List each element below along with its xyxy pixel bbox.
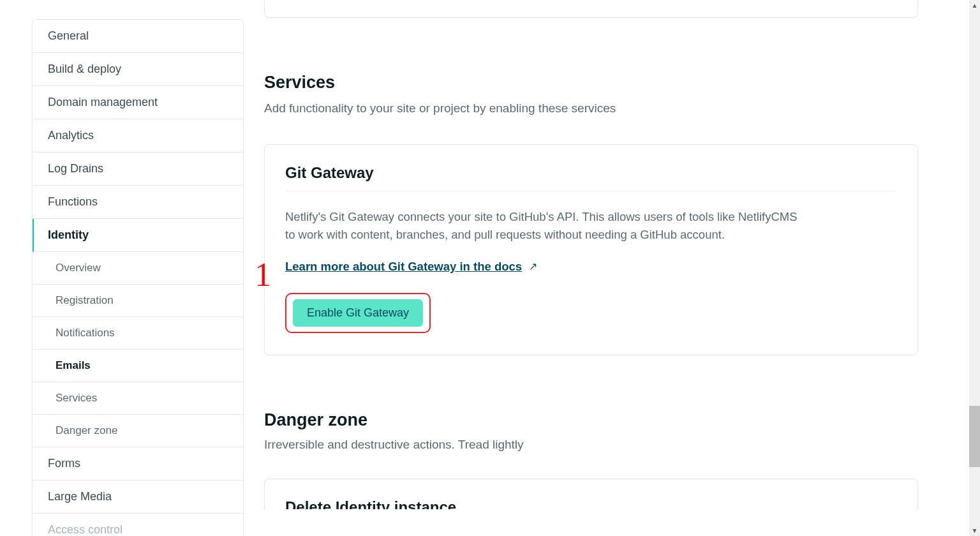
sidebar-item-identity[interactable]: Identity: [33, 219, 243, 252]
annotation-highlight-box: 1 Enable Git Gateway: [285, 293, 431, 333]
sidebar-item-access-control[interactable]: Access control: [33, 514, 243, 536]
services-section-title: Services: [264, 73, 918, 93]
scrollbar-thumb[interactable]: [969, 406, 980, 467]
sidebar-item-forms[interactable]: Forms: [33, 447, 243, 480]
external-link-icon: ↗: [529, 260, 537, 272]
git-gateway-docs-link[interactable]: Learn more about Git Gateway in the docs: [285, 260, 522, 273]
git-gateway-title: Git Gateway: [285, 164, 897, 191]
delete-identity-card: Delete Identity instance: [264, 479, 918, 509]
scrollbar-down-arrow-icon[interactable]: ▼: [969, 525, 980, 536]
vertical-scrollbar[interactable]: ▲ ▼: [969, 0, 980, 536]
page-layout: General Build & deploy Domain management…: [0, 0, 969, 536]
sidebar-item-analytics[interactable]: Analytics: [33, 119, 243, 153]
services-section-description: Add functionality to your site or projec…: [264, 100, 918, 117]
git-gateway-learn-more-row: Learn more about Git Gateway in the docs…: [285, 260, 897, 274]
enable-git-gateway-button[interactable]: Enable Git Gateway: [293, 299, 423, 327]
sidebar-subitem-services[interactable]: Services: [33, 382, 243, 415]
sidebar-subitem-emails[interactable]: Emails: [33, 350, 243, 382]
sidebar-subitem-overview[interactable]: Overview: [33, 252, 243, 285]
sidebar-item-large-media[interactable]: Large Media: [33, 480, 243, 514]
sidebar-subitem-danger-zone[interactable]: Danger zone: [33, 415, 243, 447]
sidebar-item-build-deploy[interactable]: Build & deploy: [33, 53, 243, 86]
main-content: Services Add functionality to your site …: [244, 0, 969, 509]
sidebar-subitem-notifications[interactable]: Notifications: [33, 317, 243, 350]
sidebar-item-log-drains[interactable]: Log Drains: [33, 153, 243, 186]
sidebar-item-functions[interactable]: Functions: [33, 186, 243, 219]
settings-sidebar: General Build & deploy Domain management…: [32, 19, 244, 536]
annotation-number: 1: [255, 256, 271, 294]
git-gateway-card: Git Gateway Netlify's Git Gateway connec…: [264, 144, 918, 355]
scrollbar-up-arrow-icon[interactable]: ▲: [969, 0, 980, 11]
sidebar-subitem-registration[interactable]: Registration: [33, 285, 243, 317]
git-gateway-description: Netlify's Git Gateway connects your site…: [285, 208, 808, 244]
sidebar-item-general[interactable]: General: [33, 20, 243, 53]
sidebar-item-domain-management[interactable]: Domain management: [33, 86, 243, 119]
delete-identity-title: Delete Identity instance: [285, 498, 897, 509]
danger-zone-description: Irreversible and destructive actions. Tr…: [264, 438, 918, 452]
previous-card-edge: [264, 0, 918, 18]
danger-zone-title: Danger zone: [264, 410, 918, 430]
